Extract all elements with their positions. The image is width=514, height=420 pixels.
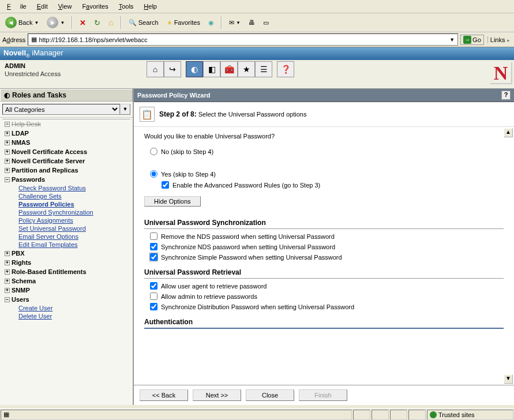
menu-bar: File Edit View Favorites Tools Help bbox=[0, 0, 514, 13]
nav-password-policies[interactable]: Password Policies bbox=[2, 200, 130, 208]
trusted-icon bbox=[430, 411, 437, 418]
wizard-header: Password Policy Wizard ? bbox=[134, 89, 514, 102]
tray-help-icon[interactable]: ❓ bbox=[277, 61, 294, 77]
tree-users[interactable]: − Users bbox=[2, 295, 130, 304]
check-sync-simple[interactable] bbox=[150, 253, 157, 261]
status-left: ▦ bbox=[1, 410, 352, 420]
check-admin-retrieve[interactable] bbox=[150, 292, 157, 300]
nav-delete-user[interactable]: Delete User bbox=[2, 312, 130, 320]
check-sync-dist-row[interactable]: Synchronize Distribution Password when s… bbox=[150, 303, 504, 310]
auth-section-header: Authentication bbox=[144, 316, 504, 329]
favorites-button[interactable]: ★ Favorites bbox=[164, 17, 203, 28]
browser-toolbar: ◄ Back ▼ ► ▼ ✕ ↻ ⌂ 🔍 Search ★ Favorites … bbox=[0, 13, 514, 32]
check-user-retrieve-row[interactable]: Allow user agent to retrieve password bbox=[150, 282, 504, 290]
tree-nmas[interactable]: + NMAS bbox=[2, 138, 130, 147]
nav-edit-email-templates[interactable]: Edit Email Templates bbox=[2, 241, 130, 249]
address-label: Address bbox=[2, 36, 25, 43]
menu-view[interactable]: View bbox=[54, 1, 77, 12]
check-sync-nds-row[interactable]: Synchronize NDS password when setting Un… bbox=[150, 243, 504, 250]
left-pane: ◐ Roles and Tasks All Categories ▼ + Hel… bbox=[0, 89, 134, 405]
media-button[interactable]: ◉ bbox=[205, 17, 217, 28]
category-select[interactable]: All Categories bbox=[2, 104, 120, 115]
radio-yes[interactable] bbox=[150, 170, 157, 178]
tree-pbx[interactable]: + PBX bbox=[2, 249, 130, 258]
address-dropdown[interactable]: ▼ bbox=[448, 37, 456, 43]
mail-button[interactable]: ✉▼ bbox=[226, 17, 243, 28]
wizard-button-bar: << Back Next >> Close Finish bbox=[134, 385, 514, 405]
radio-yes-row[interactable]: Yes (skip to Step 4) bbox=[150, 170, 504, 178]
hide-options-button[interactable]: Hide Options bbox=[144, 196, 201, 207]
address-input-wrap[interactable]: ▦ ▼ bbox=[28, 33, 458, 46]
menu-help[interactable]: Help bbox=[139, 1, 162, 12]
menu-file[interactable]: File bbox=[2, 1, 31, 12]
category-dropdown-icon[interactable]: ▼ bbox=[120, 104, 130, 115]
links-label[interactable]: Links » bbox=[487, 36, 512, 43]
check-advanced-row[interactable]: Enable the Advanced Password Rules (go t… bbox=[162, 181, 504, 189]
check-admin-retrieve-row[interactable]: Allow admin to retrieve passwords bbox=[150, 292, 504, 300]
go-button[interactable]: → Go bbox=[460, 35, 484, 45]
tree-cert-access[interactable]: + Novell Certificate Access bbox=[2, 147, 130, 156]
check-user-retrieve[interactable] bbox=[150, 282, 157, 290]
tree-rbe[interactable]: + Role-Based Entitlements bbox=[2, 267, 130, 276]
status-cell-2 bbox=[372, 410, 389, 420]
forward-button[interactable]: ► ▼ bbox=[44, 15, 67, 30]
brand-bar: Novell® iManager bbox=[0, 47, 514, 60]
tree-ldap[interactable]: + LDAP bbox=[2, 129, 130, 138]
right-pane: Password Policy Wizard ? 📋 Step 2 of 8: … bbox=[134, 89, 514, 405]
tray-exit-icon[interactable]: ↪ bbox=[164, 61, 181, 77]
nav-password-sync[interactable]: Password Synchronization bbox=[2, 208, 130, 216]
menu-tools[interactable]: Tools bbox=[114, 1, 138, 12]
nav-set-universal-password[interactable]: Set Universal Password bbox=[2, 224, 130, 232]
step-indicator: 📋 Step 2 of 8: Select the Universal Pass… bbox=[134, 102, 514, 127]
help-icon[interactable]: ? bbox=[501, 91, 511, 100]
back-button[interactable]: ◄ Back ▼ bbox=[2, 15, 42, 30]
address-input[interactable] bbox=[39, 36, 448, 43]
next-wizard-button[interactable]: Next >> bbox=[193, 389, 241, 401]
close-wizard-button[interactable]: Close bbox=[246, 389, 294, 401]
menu-edit[interactable]: Edit bbox=[32, 1, 52, 12]
nav-email-server-options[interactable]: Email Server Options bbox=[2, 232, 130, 241]
tray-favorites-icon[interactable]: ★ bbox=[238, 61, 255, 77]
tree-rights[interactable]: + Rights bbox=[2, 258, 130, 267]
nav-policy-assignments[interactable]: Policy Assignments bbox=[2, 216, 130, 224]
nav-challenge-sets[interactable]: Challenge Sets bbox=[2, 192, 130, 200]
check-sync-simple-row[interactable]: Synchronize Simple Password when setting… bbox=[150, 253, 504, 261]
tray-home-icon[interactable]: ⌂ bbox=[147, 61, 164, 77]
scroll-down-icon[interactable]: ▼ bbox=[504, 374, 513, 384]
back-wizard-button[interactable]: << Back bbox=[140, 389, 188, 401]
stop-button[interactable]: ✕ bbox=[77, 17, 89, 29]
wizard-content: ▲ ▼ Would you like to enable Universal P… bbox=[134, 127, 514, 385]
check-remove-nds[interactable] bbox=[150, 232, 157, 240]
menu-favorites[interactable]: Favorites bbox=[77, 1, 112, 12]
top-icon-tray: ⌂ ↪ ◐ ◧ 🧰 ★ ☰ ❓ bbox=[147, 61, 294, 77]
nav-create-user[interactable]: Create User bbox=[2, 304, 130, 312]
tree-cert-server[interactable]: + Novell Certificate Server bbox=[2, 156, 130, 166]
radio-no-row[interactable]: No (skip to Step 4) bbox=[150, 148, 504, 155]
tree-truncated: + Help Desk bbox=[2, 119, 130, 129]
tray-view-icon[interactable]: ◧ bbox=[203, 61, 220, 77]
sync-section-header: Universal Password Synchronization bbox=[144, 217, 504, 229]
refresh-button[interactable]: ↻ bbox=[91, 17, 103, 29]
check-remove-nds-row[interactable]: Remove the NDS password when setting Uni… bbox=[150, 232, 504, 240]
tree-schema[interactable]: + Schema bbox=[2, 276, 130, 286]
scroll-up-icon[interactable]: ▲ bbox=[504, 128, 513, 137]
print-button[interactable]: 🖶 bbox=[246, 17, 258, 28]
check-sync-nds[interactable] bbox=[150, 243, 157, 250]
roles-icon: ◐ bbox=[4, 91, 10, 99]
tree-partition[interactable]: + Partition and Replicas bbox=[2, 166, 130, 175]
check-sync-dist[interactable] bbox=[150, 303, 157, 310]
nav-tree: + Help Desk + LDAP + NMAS + Novell Certi… bbox=[0, 117, 133, 321]
search-button[interactable]: 🔍 Search bbox=[126, 17, 162, 28]
admin-strip: ADMIN Unrestricted Access ⌂ ↪ ◐ ◧ 🧰 ★ ☰ … bbox=[0, 60, 514, 89]
tray-config-icon[interactable]: 🧰 bbox=[220, 61, 238, 77]
tree-passwords[interactable]: − Passwords bbox=[2, 175, 130, 184]
home-button[interactable]: ⌂ bbox=[106, 16, 116, 29]
address-bar: Address ▦ ▼ → Go Links » bbox=[0, 32, 514, 47]
nav-check-password-status[interactable]: Check Password Status bbox=[2, 184, 130, 192]
tray-tasks-icon[interactable]: ☰ bbox=[255, 61, 272, 77]
tray-roles-icon[interactable]: ◐ bbox=[186, 61, 203, 77]
edit-page-button[interactable]: ▭ bbox=[260, 17, 272, 28]
tree-snmp[interactable]: + SNMP bbox=[2, 286, 130, 295]
radio-no[interactable] bbox=[150, 148, 157, 155]
check-advanced[interactable] bbox=[162, 181, 169, 189]
